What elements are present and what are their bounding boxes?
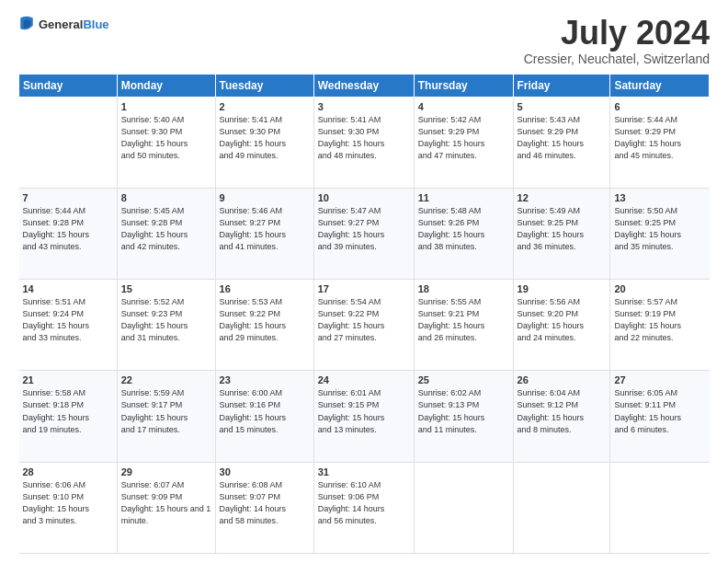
day-info: Sunrise: 5:44 AMSunset: 9:29 PMDaylight:… [614,114,705,162]
day-cell: 16Sunrise: 5:53 AMSunset: 9:22 PMDayligh… [215,280,313,371]
day-cell: 28Sunrise: 6:06 AMSunset: 9:10 PMDayligh… [19,462,118,553]
week-row-1: 1Sunrise: 5:40 AMSunset: 9:30 PMDaylight… [19,97,710,188]
weekday-monday: Monday [117,74,215,97]
day-cell: 20Sunrise: 5:57 AMSunset: 9:19 PMDayligh… [610,280,710,371]
day-info: Sunrise: 5:48 AMSunset: 9:26 PMDaylight:… [418,205,509,253]
day-cell: 23Sunrise: 6:00 AMSunset: 9:16 PMDayligh… [215,371,313,462]
day-cell: 31Sunrise: 6:10 AMSunset: 9:06 PMDayligh… [313,462,414,553]
day-number: 24 [318,374,410,385]
day-number: 28 [23,466,113,477]
day-info: Sunrise: 5:41 AMSunset: 9:30 PMDaylight:… [220,114,310,162]
day-number: 15 [121,283,211,294]
weekday-tuesday: Tuesday [215,74,313,97]
day-number: 27 [614,374,705,385]
weekday-wednesday: Wednesday [313,74,414,97]
day-cell: 14Sunrise: 5:51 AMSunset: 9:24 PMDayligh… [19,280,118,371]
day-number: 22 [121,374,211,385]
day-number: 31 [318,466,410,477]
day-number: 5 [518,101,607,112]
day-cell [610,462,710,553]
logo-text: GeneralBlue [39,17,109,32]
weekday-sunday: Sunday [19,74,118,97]
day-cell: 29Sunrise: 6:07 AMSunset: 9:09 PMDayligh… [117,462,215,553]
day-info: Sunrise: 6:05 AMSunset: 9:11 PMDaylight:… [614,387,705,435]
day-cell: 1Sunrise: 5:40 AMSunset: 9:30 PMDaylight… [117,97,215,188]
month-title: July 2024 [524,15,710,52]
day-info: Sunrise: 5:49 AMSunset: 9:25 PMDaylight:… [518,205,607,253]
logo-general: General [39,17,83,31]
day-info: Sunrise: 5:42 AMSunset: 9:29 PMDaylight:… [418,114,509,162]
day-cell [19,97,118,188]
week-row-4: 21Sunrise: 5:58 AMSunset: 9:18 PMDayligh… [19,371,710,462]
day-cell: 7Sunrise: 5:44 AMSunset: 9:28 PMDaylight… [19,188,118,279]
day-number: 16 [220,283,310,294]
day-number: 17 [318,283,410,294]
day-info: Sunrise: 5:47 AMSunset: 9:27 PMDaylight:… [318,205,410,253]
day-cell: 4Sunrise: 5:42 AMSunset: 9:29 PMDaylight… [414,97,513,188]
day-cell: 19Sunrise: 5:56 AMSunset: 9:20 PMDayligh… [513,280,610,371]
day-number: 14 [23,283,113,294]
day-info: Sunrise: 6:04 AMSunset: 9:12 PMDaylight:… [518,387,607,435]
day-info: Sunrise: 5:50 AMSunset: 9:25 PMDaylight:… [614,205,705,253]
day-cell: 8Sunrise: 5:45 AMSunset: 9:28 PMDaylight… [117,188,215,279]
day-number: 13 [614,192,705,203]
day-info: Sunrise: 5:55 AMSunset: 9:21 PMDaylight:… [418,296,509,344]
title-block: July 2024 Cressier, Neuchatel, Switzerla… [524,15,710,66]
day-info: Sunrise: 5:45 AMSunset: 9:28 PMDaylight:… [121,205,211,253]
day-cell: 21Sunrise: 5:58 AMSunset: 9:18 PMDayligh… [19,371,118,462]
calendar-header: SundayMondayTuesdayWednesdayThursdayFrid… [19,74,710,97]
day-info: Sunrise: 5:56 AMSunset: 9:20 PMDaylight:… [518,296,607,344]
logo: GeneralBlue [18,15,109,35]
day-info: Sunrise: 6:06 AMSunset: 9:10 PMDaylight:… [23,479,113,527]
day-number: 2 [220,101,310,112]
day-info: Sunrise: 6:02 AMSunset: 9:13 PMDaylight:… [418,387,509,435]
day-cell: 11Sunrise: 5:48 AMSunset: 9:26 PMDayligh… [414,188,513,279]
day-info: Sunrise: 5:59 AMSunset: 9:17 PMDaylight:… [121,387,211,435]
calendar: SundayMondayTuesdayWednesdayThursdayFrid… [18,74,710,554]
day-number: 11 [418,192,509,203]
location: Cressier, Neuchatel, Switzerland [524,52,710,66]
calendar-body: 1Sunrise: 5:40 AMSunset: 9:30 PMDaylight… [19,97,710,553]
day-cell: 15Sunrise: 5:52 AMSunset: 9:23 PMDayligh… [117,280,215,371]
day-cell: 17Sunrise: 5:54 AMSunset: 9:22 PMDayligh… [313,280,414,371]
day-number: 30 [220,466,310,477]
day-number: 20 [614,283,705,294]
week-row-2: 7Sunrise: 5:44 AMSunset: 9:28 PMDaylight… [19,188,710,279]
day-cell: 3Sunrise: 5:41 AMSunset: 9:30 PMDaylight… [313,97,414,188]
day-cell: 22Sunrise: 5:59 AMSunset: 9:17 PMDayligh… [117,371,215,462]
day-info: Sunrise: 6:00 AMSunset: 9:16 PMDaylight:… [220,387,310,435]
day-cell: 12Sunrise: 5:49 AMSunset: 9:25 PMDayligh… [513,188,610,279]
day-info: Sunrise: 5:41 AMSunset: 9:30 PMDaylight:… [318,114,410,162]
day-info: Sunrise: 5:58 AMSunset: 9:18 PMDaylight:… [23,387,113,435]
header: GeneralBlue July 2024 Cressier, Neuchate… [18,15,710,66]
day-cell: 9Sunrise: 5:46 AMSunset: 9:27 PMDaylight… [215,188,313,279]
day-info: Sunrise: 5:43 AMSunset: 9:29 PMDaylight:… [518,114,607,162]
day-number: 9 [220,192,310,203]
day-number: 10 [318,192,410,203]
day-info: Sunrise: 5:44 AMSunset: 9:28 PMDaylight:… [23,205,113,253]
day-cell: 10Sunrise: 5:47 AMSunset: 9:27 PMDayligh… [313,188,414,279]
day-cell [414,462,513,553]
page: GeneralBlue July 2024 Cressier, Neuchate… [0,0,728,563]
day-number: 21 [23,374,113,385]
weekday-saturday: Saturday [610,74,710,97]
day-cell: 27Sunrise: 6:05 AMSunset: 9:11 PMDayligh… [610,371,710,462]
day-cell: 18Sunrise: 5:55 AMSunset: 9:21 PMDayligh… [414,280,513,371]
week-row-5: 28Sunrise: 6:06 AMSunset: 9:10 PMDayligh… [19,462,710,553]
weekday-friday: Friday [513,74,610,97]
day-info: Sunrise: 5:57 AMSunset: 9:19 PMDaylight:… [614,296,705,344]
weekday-thursday: Thursday [414,74,513,97]
day-number: 1 [121,101,211,112]
day-info: Sunrise: 6:10 AMSunset: 9:06 PMDaylight:… [318,479,410,527]
day-number: 26 [518,374,607,385]
day-number: 23 [220,374,310,385]
weekday-row: SundayMondayTuesdayWednesdayThursdayFrid… [19,74,710,97]
day-number: 19 [518,283,607,294]
day-number: 6 [614,101,705,112]
day-number: 12 [518,192,607,203]
day-cell: 5Sunrise: 5:43 AMSunset: 9:29 PMDaylight… [513,97,610,188]
day-cell [513,462,610,553]
day-info: Sunrise: 5:53 AMSunset: 9:22 PMDaylight:… [220,296,310,344]
day-info: Sunrise: 5:51 AMSunset: 9:24 PMDaylight:… [23,296,113,344]
day-number: 29 [121,466,211,477]
